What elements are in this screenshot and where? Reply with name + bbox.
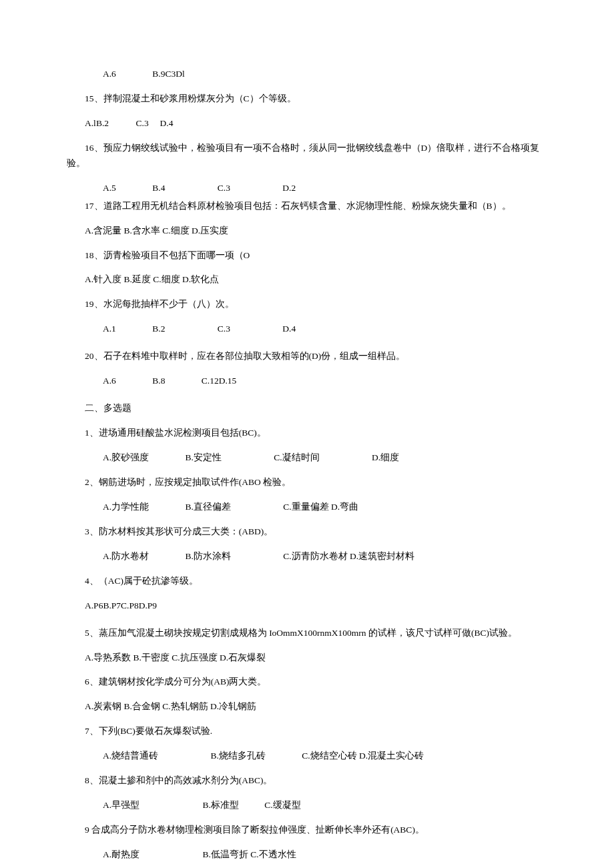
q19-options: A.1 B.2 C.3 D.4 bbox=[67, 322, 547, 337]
q20-options: A.6 B.8 C.12D.15 bbox=[67, 374, 547, 389]
m2-text: 2、钢筋进场时，应按规定抽取试件作(ABO 检验。 bbox=[67, 475, 547, 490]
m7-text: 7、下列(BC)要做石灰爆裂试验. bbox=[67, 724, 547, 739]
q17-options: A.含泥量 B.含水率 C.细度 D.压实度 bbox=[67, 224, 547, 239]
q20-opt-b: B.8 bbox=[134, 374, 165, 389]
m2-opt-c: C.重量偏差 D.弯曲 bbox=[265, 500, 358, 515]
m4-options: A.P6B.P7C.P8D.P9 bbox=[67, 598, 547, 614]
q16-opt-b: B.4 bbox=[134, 181, 165, 196]
q15-text: 15、拌制混凝土和砂浆用粉煤灰分为（C）个等级。 bbox=[67, 91, 547, 107]
m3-text: 3、防水材料按其形状可分成三大类：(ABD)。 bbox=[67, 524, 547, 540]
m1-opt-d: D.细度 bbox=[354, 450, 399, 466]
m5-options: A.导热系数 B.干密度 C.抗压强度 D.石灰爆裂 bbox=[67, 650, 547, 666]
m3-opt-b: B.防水涂料 bbox=[168, 549, 231, 564]
m2-opt-a: A.力学性能 bbox=[85, 500, 149, 515]
m9-options: A.耐热度 B.低温弯折 C.不透水性 bbox=[67, 847, 547, 863]
q18-text: 18、沥青检验项目不包括下面哪一项（O bbox=[67, 248, 547, 264]
m8-opt-a: A.早强型 bbox=[85, 798, 139, 813]
m9-text: 9 合成高分子防水卷材物理检测项目除了断裂拉伸强度、扯断伸长率外还有(ABC)。 bbox=[67, 823, 547, 838]
q19-opt-c: C.3 bbox=[200, 322, 230, 337]
q14-options: A.6 B.9C3Dl bbox=[67, 67, 547, 82]
m2-opt-b: B.直径偏差 bbox=[168, 500, 231, 515]
q19-text: 19、水泥每批抽样不少于（八）次。 bbox=[67, 297, 547, 312]
m7-options: A.烧结普通砖 B.烧结多孔砖 C.烧结空心砖 D.混凝土实心砖 bbox=[67, 749, 547, 764]
m6-text: 6、建筑钢材按化学成分可分为(AB)两大类。 bbox=[67, 675, 547, 690]
m4-text: 4、（AC)属于砼抗渗等级。 bbox=[67, 574, 547, 589]
q16-text: 16、预应力钢绞线试验中，检验项目有一项不合格时，须从同一批钢绞线盘卷中（D）倍… bbox=[67, 141, 547, 171]
m7-opt-c: C.烧结空心砖 D.混凝土实心砖 bbox=[284, 749, 424, 764]
q19-opt-a: A.1 bbox=[85, 322, 116, 337]
m1-text: 1、进场通用硅酸盐水泥检测项目包括(BC)。 bbox=[67, 426, 547, 441]
m1-opt-a: A.胶砂强度 bbox=[85, 450, 149, 466]
q20-opt-c: C.12D.15 bbox=[184, 374, 237, 389]
m3-opt-a: A.防水卷材 bbox=[85, 549, 149, 564]
q15-options: A.lB.2 C.3 D.4 bbox=[67, 116, 547, 131]
q20-text: 20、石子在料堆中取样时，应在各部位抽取大致相等的(D)份，组成一组样品。 bbox=[67, 349, 547, 364]
m9-opt-a: A.耐热度 bbox=[85, 847, 139, 863]
q16-opt-d: D.2 bbox=[264, 181, 296, 196]
q16-opt-c: C.3 bbox=[200, 181, 230, 196]
m7-opt-a: A.烧结普通砖 bbox=[85, 749, 158, 764]
q14-opt-b: B.9C3Dl bbox=[134, 67, 184, 82]
q18-options: A.针入度 B.延度 C.细度 D.软化点 bbox=[67, 272, 547, 288]
m3-options: A.防水卷材 B.防水涂料 C.沥青防水卷材 D.速筑密封材料 bbox=[67, 549, 547, 564]
q19-opt-b: B.2 bbox=[134, 322, 165, 337]
m1-options: A.胶砂强度 B.安定性 C.凝结时间 D.细度 bbox=[67, 450, 547, 466]
m6-options: A.炭素钢 B.合金钢 C.热轧钢筋 D.冷轧钢筋 bbox=[67, 699, 547, 715]
m2-options: A.力学性能 B.直径偏差 C.重量偏差 D.弯曲 bbox=[67, 500, 547, 515]
m8-opt-b: B.标准型 bbox=[185, 798, 239, 813]
m1-opt-c: C.凝结时间 bbox=[256, 450, 319, 466]
m3-opt-c: C.沥青防水卷材 D.速筑密封材料 bbox=[265, 549, 414, 564]
q16-opt-a: A.5 bbox=[85, 181, 116, 196]
q14-opt-a: A.6 bbox=[85, 67, 116, 82]
section2-heading: 二、多选题 bbox=[67, 401, 547, 416]
q19-opt-d: D.4 bbox=[264, 322, 296, 337]
m8-options: A.早强型 B.标准型 C.缓凝型 bbox=[67, 798, 547, 813]
m1-opt-b: B.安定性 bbox=[168, 450, 222, 466]
m5-text: 5、蒸压加气混凝土砌块按规定切割成规格为 IoOmmX100rnmX100mrn… bbox=[67, 626, 547, 641]
m7-opt-b: B.烧结多孔砖 bbox=[193, 749, 266, 764]
q16-options: A.5 B.4 C.3 D.2 bbox=[67, 181, 547, 196]
q20-opt-a: A.6 bbox=[85, 374, 116, 389]
m9-opt-b: B.低温弯折 C.不透水性 bbox=[185, 847, 296, 863]
m8-text: 8、混凝土掺和剂中的高效减水剂分为(ABC)。 bbox=[67, 773, 547, 789]
m8-opt-c: C.缓凝型 bbox=[246, 798, 300, 813]
q17-text: 17、道路工程用无机结合料原材检验项目包括：石灰钙镁含量、水泥物理性能、粉燥灰烧… bbox=[67, 199, 547, 214]
